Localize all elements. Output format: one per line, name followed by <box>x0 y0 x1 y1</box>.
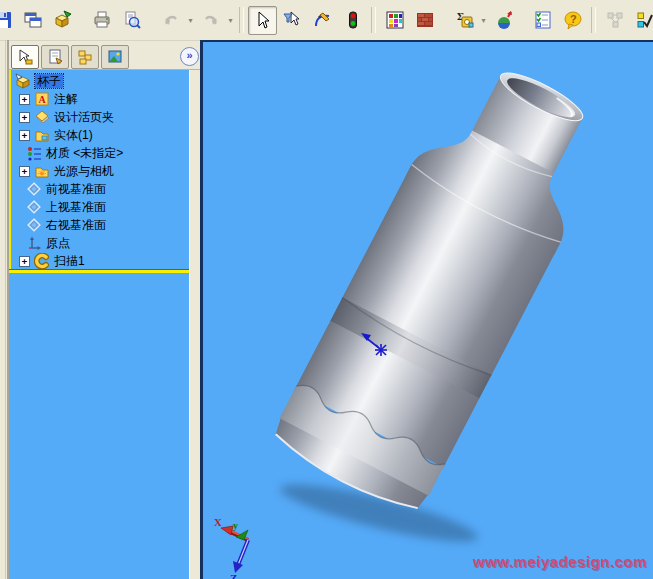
tree-item[interactable]: 前视基准面 <box>11 180 189 198</box>
displaymanager-icon <box>106 48 124 66</box>
displaymanager-tab[interactable] <box>101 45 129 69</box>
design-binder-icon <box>34 109 50 125</box>
section-properties-icon <box>493 9 515 31</box>
window-edge-line <box>5 40 6 579</box>
tree-item[interactable]: 实体(1) <box>11 126 189 144</box>
check-entity-icon <box>634 9 653 31</box>
color-palette-icon <box>384 9 406 31</box>
plane-icon <box>26 181 42 197</box>
print-button[interactable] <box>87 6 116 35</box>
help-icon: ? <box>562 9 584 31</box>
watermark: www.meiyadesign.com <box>473 553 647 571</box>
material-icon <box>26 145 42 161</box>
tree-item[interactable]: 上视基准面 <box>11 198 189 216</box>
redo-button[interactable] <box>196 6 225 35</box>
lights-cameras-icon <box>34 163 50 179</box>
filter-select-button[interactable] <box>278 6 307 35</box>
origin-icon <box>26 235 42 251</box>
annotations-icon: A <box>34 91 50 107</box>
help-button[interactable]: ? <box>558 6 587 35</box>
tree-item-label: 实体(1) <box>54 128 93 142</box>
check-entity-button[interactable] <box>630 6 653 35</box>
make-drawing-icon <box>22 9 44 31</box>
featuremanager-tabstrip: » <box>9 44 202 69</box>
sketch-button[interactable] <box>308 6 337 35</box>
main-toolbar: ▾ ▾ Σ ▾ ? <box>0 0 653 41</box>
toolbar-separator <box>371 7 376 33</box>
tree-item[interactable]: 材质 <未指定> <box>11 144 189 162</box>
save-button[interactable] <box>0 6 17 35</box>
featuremanager-tree-panel[interactable]: 杯子 A 注解 设计活页夹 实体(1) 材质 <未指定> 光源与相机 <box>9 70 189 579</box>
display-lights-button[interactable] <box>338 6 367 35</box>
expand-toggle[interactable] <box>19 256 30 267</box>
solidworks-window: { "toolbar": { "buttons": [ {"name": "sa… <box>0 0 653 579</box>
sweep-icon <box>34 253 50 269</box>
reference-triad: X y Z <box>214 516 248 579</box>
undo-button[interactable] <box>156 6 185 35</box>
cup-part[interactable] <box>267 47 621 519</box>
redo-dropdown[interactable]: ▾ <box>226 7 235 34</box>
plane-icon <box>26 199 42 215</box>
select-button[interactable] <box>248 6 277 35</box>
make-assembly-button[interactable] <box>48 6 77 35</box>
tree-item[interactable]: 设计活页夹 <box>11 108 189 126</box>
undo-icon <box>160 9 182 31</box>
svg-text:A: A <box>39 94 47 105</box>
sketch-icon <box>312 9 334 31</box>
graphics-viewport[interactable]: X y Z www.meiyadesign.com <box>200 40 653 579</box>
tree-item[interactable]: 右视基准面 <box>11 216 189 234</box>
tree-item[interactable]: 光源与相机 <box>11 162 189 180</box>
tree-item-root[interactable]: 杯子 <box>11 72 189 90</box>
make-drawing-button[interactable] <box>18 6 47 35</box>
propertymanager-icon <box>46 48 64 66</box>
edit-texture-button[interactable] <box>410 6 439 35</box>
expand-toggle[interactable] <box>19 130 30 141</box>
print-icon <box>91 9 113 31</box>
measure-dropdown[interactable]: ▾ <box>479 7 488 34</box>
triad-x-label: X <box>214 516 222 528</box>
print-preview-button[interactable] <box>117 6 146 35</box>
relations-icon <box>604 9 626 31</box>
texture-brick-icon <box>414 9 436 31</box>
svg-text:?: ? <box>570 13 577 25</box>
tree-item-label: 上视基准面 <box>46 200 106 214</box>
tree-item-label: 光源与相机 <box>54 164 114 178</box>
panel-overflow-chevron[interactable]: » <box>180 47 199 66</box>
options-button[interactable] <box>528 6 557 35</box>
relations-button[interactable] <box>600 6 629 35</box>
tree-item-label: 右视基准面 <box>46 218 106 232</box>
tree-item-label: 前视基准面 <box>46 182 106 196</box>
plane-icon <box>26 217 42 233</box>
configurationmanager-tab[interactable] <box>71 45 99 69</box>
part-model: X y Z <box>203 42 653 579</box>
make-assembly-icon <box>52 9 74 31</box>
tree-item-label: 设计活页夹 <box>54 110 114 124</box>
featuremanager-tab[interactable] <box>11 45 39 69</box>
tree-item[interactable]: 原点 <box>11 234 189 252</box>
configurationmanager-icon <box>76 48 94 66</box>
tree-item-label: 原点 <box>46 236 70 250</box>
measure-button[interactable]: Σ <box>449 6 478 35</box>
solid-bodies-icon <box>34 127 50 143</box>
filter-select-icon <box>282 9 304 31</box>
section-properties-button[interactable] <box>489 6 518 35</box>
expand-toggle[interactable] <box>19 166 30 177</box>
featuremanager-icon <box>16 48 34 66</box>
tree-item-label: 材质 <未指定> <box>46 146 123 160</box>
feature-tree: 杯子 A 注解 设计活页夹 实体(1) 材质 <未指定> 光源与相机 <box>11 72 189 270</box>
measure-icon: Σ <box>453 9 475 31</box>
traffic-light-icon <box>342 9 364 31</box>
tree-item[interactable]: A 注解 <box>11 90 189 108</box>
expand-toggle[interactable] <box>19 94 30 105</box>
part-icon <box>15 73 31 89</box>
select-arrow-icon <box>252 9 274 31</box>
toolbar-separator <box>591 7 596 33</box>
tree-item-label: 注解 <box>54 92 78 106</box>
rollback-bar[interactable] <box>9 269 189 273</box>
undo-dropdown[interactable]: ▾ <box>186 7 195 34</box>
expand-toggle[interactable] <box>19 112 30 123</box>
tree-item[interactable]: 扫描1 <box>11 252 189 270</box>
edit-color-button[interactable] <box>380 6 409 35</box>
redo-icon <box>200 9 222 31</box>
propertymanager-tab[interactable] <box>41 45 69 69</box>
